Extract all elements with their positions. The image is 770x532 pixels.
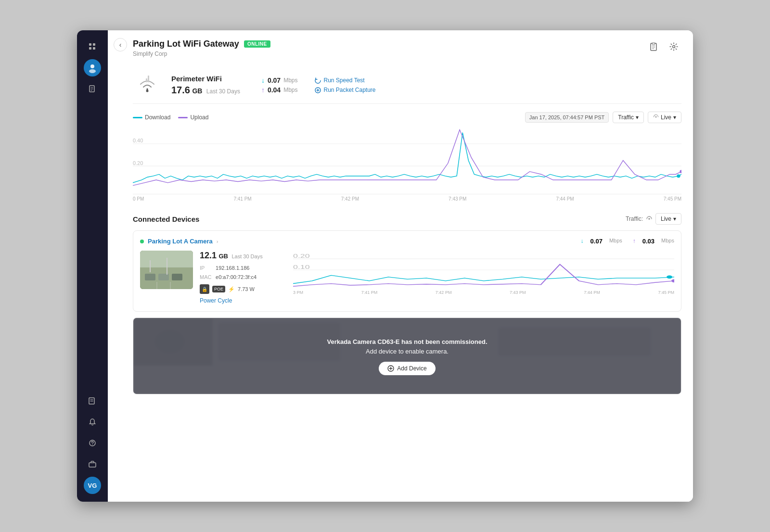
page-title: Parking Lot WiFi Gateway [133,39,239,49]
device-down-arrow: ↓ [581,238,584,245]
device-upload-val: 0.03 [642,238,654,245]
network-data-unit: GB [192,87,202,95]
sidebar-document-icon[interactable] [84,80,101,98]
svg-rect-24 [146,78,147,82]
wifi-live-icon [653,114,659,121]
main-chart-svg: 0.40 0.20 [133,127,681,194]
main-chart: 0.40 0.20 [133,127,681,194]
chart-legend: Download Upload [133,114,208,121]
settings-button[interactable] [666,39,681,54]
network-actions: Run Speed Test Run Packet Capture [315,77,375,93]
sidebar-reports-icon[interactable] [84,392,101,409]
traffic-dropdown[interactable]: Traffic ▾ [613,112,644,123]
sidebar: VG [77,30,108,502]
chart-section: Download Upload Jan 17, 2025, 07:44:57 P… [133,112,681,203]
traffic-live-label: Traffic: Live ▾ [626,213,681,225]
sidebar-grid-icon[interactable] [84,38,101,55]
uncommissioned-message: Verkada Camera CD63-E has not been commi… [327,337,487,357]
device-speed-unit-1: Mbps [609,238,622,245]
device-online-dot [140,240,144,243]
device-up-arrow: ↑ [633,238,636,245]
device-mini-chart-wrap: 0.20 0.10 [293,251,674,295]
svg-point-4 [90,64,94,68]
sidebar-user-avatar[interactable] [84,59,101,76]
download-legend-dot [133,117,142,118]
speed-test-link[interactable]: Run Speed Test [315,77,375,84]
connected-devices-section: Connected Devices Traffic: Live ▾ [133,213,681,394]
clipboard-button[interactable] [646,39,661,54]
live-dropdown[interactable]: Live ▾ [648,112,681,123]
page-subtitle: Simplify Corp [133,51,270,57]
device-card-1: Parking Lot A Camera › ↓ 0.07 Mbps ↑ 0.0… [133,230,681,312]
uncommissioned-text-1: Verkada Camera CD63-E has not been commi… [327,338,487,345]
wifi-icon [137,76,158,95]
refresh-icon [315,77,321,84]
svg-point-33 [680,170,681,173]
uncommissioned-text-2: Add device to enable camera. [327,347,487,357]
device-name-link[interactable]: Parking Lot A Camera [148,238,213,245]
upload-speed-val: 0.04 [268,86,281,94]
content-area: ‹ Parking Lot WiFi Gateway ONLINE Simpli… [108,30,693,502]
poe-icon: POE [212,286,225,292]
sidebar-briefcase-icon[interactable] [84,456,101,473]
lock-icon: 🔒 [200,284,209,294]
device-mini-chart-svg: 0.20 0.10 [293,251,674,289]
svg-point-34 [648,218,650,220]
chart-toolbar: Jan 17, 2025, 07:44:57 PM PST Traffic ▾ [525,112,681,123]
svg-point-32 [677,174,680,177]
device-speed-unit-2: Mbps [661,238,674,245]
svg-rect-38 [145,274,155,280]
svg-rect-3 [93,47,95,50]
mini-x-2: 7:42 PM [436,290,452,295]
mini-x-4: 7:44 PM [584,290,600,295]
uncommissioned-device-card: Verkada Camera CD63-E has not been commi… [133,317,681,394]
svg-rect-16 [89,463,96,467]
add-device-button[interactable]: Add Device [379,362,435,375]
x-label-0: 0 PM [133,196,144,202]
chevron-down-icon: ▾ [636,114,639,121]
page-content: Parking Lot WiFi Gateway ONLINE Simplify… [108,30,693,406]
title-row: Parking Lot WiFi Gateway ONLINE [133,39,270,49]
device-meta: IP 192.168.1.186 MAC e0:a7:00:72:3f:c4 [200,264,286,281]
sidebar-bell-icon[interactable] [84,413,101,431]
down-arrow-icon: ↓ [261,76,265,84]
svg-rect-2 [89,47,91,50]
speed-unit-2: Mbps [283,87,297,93]
x-label-2: 7:42 PM [341,196,359,202]
devices-live-chevron-icon: ▾ [673,215,676,222]
svg-rect-0 [89,43,91,46]
svg-point-27 [655,116,656,118]
mini-x-3: 7:43 PM [510,290,526,295]
network-data-gb: 17.6 [171,85,190,95]
svg-text:0.20: 0.20 [293,253,310,259]
back-button[interactable]: ‹ [114,38,127,51]
network-name: Perimeter WiFi [171,75,240,83]
device-info: 12.1 GB Last 30 Days IP 192.168.1.186 MA… [200,251,286,304]
x-label-4: 7:44 PM [556,196,574,202]
download-legend-label: Download [145,114,170,121]
legend-upload: Upload [178,114,208,121]
device-speed-row: ↓ 0.07 Mbps ↑ 0.03 Mbps [581,238,674,245]
device-download-val: 0.07 [590,238,603,245]
section-title: Connected Devices [133,215,199,223]
device-body-1: 12.1 GB Last 30 Days IP 192.168.1.186 MA… [140,251,674,304]
mini-chart-x-labels: 3 PM 7:41 PM 7:42 PM 7:43 PM 7:44 PM 7:4… [293,290,674,295]
power-cycle-link[interactable]: Power Cycle [200,297,232,304]
devices-live-dropdown[interactable]: Live ▾ [655,213,681,225]
mini-x-1: 7:41 PM [361,290,378,295]
packet-capture-link[interactable]: Run Packet Capture [315,87,375,93]
x-label-1: 7:41 PM [233,196,251,202]
svg-rect-25 [148,76,149,82]
speed-unit-1: Mbps [283,77,297,84]
sidebar-avatar[interactable]: VG [84,477,101,494]
svg-text:0.10: 0.10 [293,265,310,270]
live-chevron-down-icon: ▾ [673,114,676,121]
svg-rect-41 [167,258,167,275]
upload-speed-row: ↑ 0.04 Mbps [261,86,298,94]
chart-x-labels: 0 PM 7:41 PM 7:42 PM 7:43 PM 7:44 PM 7:4… [133,194,681,203]
download-speed-row: ↓ 0.07 Mbps [261,76,298,84]
sidebar-help-icon[interactable] [84,434,101,452]
network-data-period: Last 30 Days [206,88,240,95]
svg-text:0.40: 0.40 [133,138,143,144]
svg-point-50 [671,279,674,282]
